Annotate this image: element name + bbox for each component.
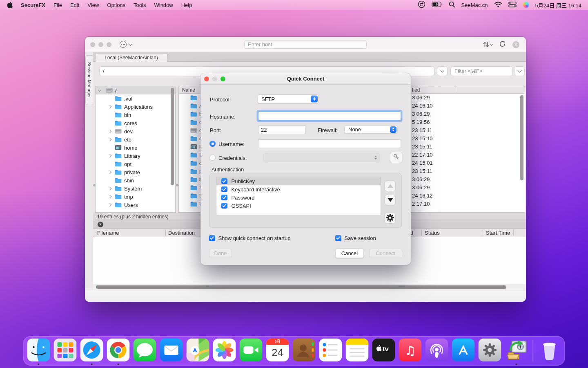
tree-scrollbar[interactable] <box>171 88 174 185</box>
dock-finder-icon[interactable] <box>27 339 50 361</box>
tree-item-library[interactable]: Library <box>96 152 175 160</box>
chevron-right-icon[interactable] <box>108 138 111 141</box>
tab-local[interactable]: Local (SeeMacdeAir.lan) <box>95 53 167 62</box>
input-source-icon[interactable] <box>418 0 425 9</box>
close-tab-button[interactable]: × <box>512 41 519 48</box>
menu-edit[interactable]: Edit <box>66 2 83 8</box>
menu-window[interactable]: Window <box>150 2 177 8</box>
refresh-button[interactable] <box>499 40 506 49</box>
dock-photos-icon[interactable] <box>213 339 236 361</box>
chevron-right-icon[interactable] <box>98 88 101 92</box>
dock-music-icon[interactable]: ♫ <box>399 339 422 361</box>
credentials-radio[interactable] <box>209 155 216 161</box>
dock-reminders-icon[interactable] <box>319 339 342 361</box>
chevron-right-icon[interactable] <box>108 105 111 108</box>
session-manager-tab[interactable]: Session Manager <box>85 55 94 105</box>
network-name[interactable]: SeeMac.cn <box>461 2 488 8</box>
show-quick-connect-checkbox[interactable]: Show quick connect on startup <box>209 235 291 241</box>
sort-button[interactable] <box>483 42 492 47</box>
dock-system-preferences-icon[interactable] <box>479 339 501 361</box>
battery-charging-icon[interactable] <box>432 2 443 8</box>
wifi-icon[interactable] <box>494 1 502 9</box>
tree-item-bin[interactable]: bin <box>96 111 175 119</box>
chevron-right-icon[interactable] <box>108 154 111 157</box>
close-window-button[interactable] <box>90 42 95 47</box>
cancel-button[interactable]: Cancel <box>335 249 364 258</box>
dock-app-store-icon[interactable] <box>452 339 475 361</box>
auth-settings-button[interactable] <box>385 213 396 224</box>
dock-contacts-icon[interactable] <box>293 339 316 361</box>
auth-method-password[interactable]: Password <box>216 193 381 202</box>
username-radio[interactable] <box>209 141 216 147</box>
manage-keys-button[interactable] <box>390 152 402 163</box>
destination-column-header[interactable]: Destination <box>168 230 195 236</box>
protocol-dropdown[interactable]: SFTP <box>257 94 319 103</box>
tree-item-sbin[interactable]: sbin <box>96 176 175 184</box>
auth-method-publickey[interactable]: PublicKey <box>216 177 381 185</box>
tree-item-etc[interactable]: etc <box>96 135 175 144</box>
start-time-column-header[interactable]: Start Time <box>486 230 510 236</box>
tree-item-dev[interactable]: dev <box>96 127 175 135</box>
auth-checkbox[interactable] <box>221 203 227 209</box>
dock-chrome-icon[interactable] <box>107 339 130 361</box>
tree-item-applications[interactable]: Applications <box>96 103 175 111</box>
filter-input[interactable]: Filter <⌘F> <box>450 66 513 76</box>
menu-options[interactable]: Options <box>103 2 129 8</box>
list-scrollbar[interactable] <box>520 95 523 180</box>
save-session-checkbox[interactable]: Save session <box>335 235 376 241</box>
horizontal-scrollbar[interactable] <box>93 284 526 290</box>
port-input[interactable]: 22 <box>258 126 306 134</box>
dock-apple-tv-icon[interactable]: tv <box>372 339 395 361</box>
dock-maps-icon[interactable] <box>187 339 209 361</box>
chevron-right-icon[interactable] <box>108 187 111 190</box>
name-column-header[interactable]: Name <box>182 87 195 93</box>
done-button[interactable]: Done <box>209 249 232 258</box>
move-down-button[interactable] <box>385 195 396 205</box>
tree-item-private[interactable]: private <box>96 168 175 176</box>
chevron-right-icon[interactable] <box>108 130 111 133</box>
control-center-icon[interactable] <box>508 2 517 9</box>
dock-safari-icon[interactable] <box>80 339 103 361</box>
chevron-right-icon[interactable] <box>108 203 111 206</box>
menu-bar-clock[interactable]: 5月24日 周三 16:14 <box>535 1 581 9</box>
chevron-down-icon[interactable] <box>129 42 133 46</box>
filter-dropdown[interactable] <box>514 66 525 76</box>
pane-splitter[interactable] <box>176 184 178 186</box>
connect-button[interactable]: Connect <box>369 249 402 258</box>
zoom-window-button[interactable] <box>107 42 111 47</box>
menu-tools[interactable]: Tools <box>129 2 150 8</box>
dock-notes-icon[interactable] <box>346 339 369 361</box>
status-column-header[interactable]: Status <box>425 230 440 236</box>
auth-checkbox[interactable] <box>221 186 227 193</box>
menu-help[interactable]: Help <box>177 2 196 8</box>
auth-method-gssapi[interactable]: GSSAPI <box>216 202 381 210</box>
apple-menu-icon[interactable] <box>0 2 17 8</box>
chevron-right-icon[interactable] <box>108 171 111 174</box>
auth-method-keyboard-interactive[interactable]: Keyboard Interactive <box>216 185 381 193</box>
dock-messages-icon[interactable] <box>134 339 156 361</box>
hostname-input[interactable] <box>258 111 401 121</box>
move-up-button[interactable] <box>385 181 396 191</box>
dock-securefx-icon[interactable] <box>505 339 528 361</box>
enter-host-input[interactable]: Enter host <box>244 40 367 49</box>
chevron-right-icon[interactable] <box>108 195 111 198</box>
spotlight-icon[interactable] <box>449 1 455 9</box>
username-input[interactable] <box>258 139 401 148</box>
dock-podcasts-icon[interactable] <box>425 339 448 361</box>
tree-item-users[interactable]: Users <box>96 201 175 209</box>
connect-menu-icon[interactable] <box>120 41 127 48</box>
dock-facetime-icon[interactable] <box>240 339 263 361</box>
tree-item-home[interactable]: home <box>96 144 175 152</box>
auth-checkbox[interactable] <box>221 178 227 184</box>
tree-item-tmp[interactable]: tmp <box>96 193 175 201</box>
tree-item-system[interactable]: System <box>96 184 175 193</box>
tree-item-root[interactable]: / <box>96 86 175 94</box>
menu-view[interactable]: View <box>83 2 103 8</box>
dock-launchpad-icon[interactable] <box>54 339 77 361</box>
dock-calendar-icon[interactable]: 5月24 <box>266 339 289 361</box>
dock-trash-icon[interactable] <box>538 339 561 361</box>
siri-icon[interactable] <box>523 2 529 8</box>
tree-item-vol[interactable]: .vol <box>96 94 175 103</box>
filename-column-header[interactable]: Filename <box>97 230 119 236</box>
dock-mail-icon[interactable] <box>160 339 183 361</box>
